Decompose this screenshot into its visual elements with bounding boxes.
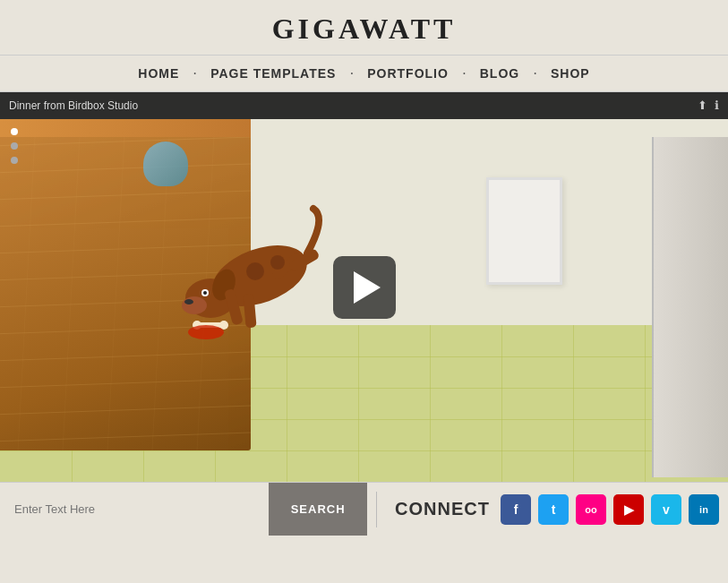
vimeo-icon[interactable]: v xyxy=(651,494,681,525)
site-title: GIGAWATT xyxy=(0,13,728,46)
nav-portfolio[interactable]: PORTFOLIO xyxy=(353,66,463,81)
linkedin-icon[interactable]: in xyxy=(689,494,719,525)
info-icon[interactable]: ℹ xyxy=(715,99,719,113)
video-title: Dinner from Birdbox Studio xyxy=(9,99,138,112)
video-scene xyxy=(0,92,728,482)
svg-point-29 xyxy=(270,255,285,270)
mug xyxy=(143,141,188,186)
nav-blog[interactable]: BLOG xyxy=(466,66,534,81)
video-top-bar: Dinner from Birdbox Studio ⬆ ℹ xyxy=(0,92,728,119)
search-input[interactable] xyxy=(0,483,269,536)
main-navigation: HOME • PAGE TEMPLATES • PORTFOLIO • BLOG… xyxy=(0,56,728,92)
svg-point-33 xyxy=(188,325,224,339)
linkedin-label: in xyxy=(699,504,708,515)
svg-line-2 xyxy=(0,191,251,200)
svg-line-8 xyxy=(0,352,251,361)
svg-line-12 xyxy=(18,119,36,450)
twitter-icon[interactable]: t xyxy=(538,494,569,525)
twitter-label: t xyxy=(552,502,556,517)
vimeo-dots xyxy=(11,128,18,164)
connect-label: CONNECT xyxy=(395,499,490,519)
nav-page-templates[interactable]: PAGE TEMPLATES xyxy=(196,66,350,81)
svg-line-11 xyxy=(0,433,251,442)
video-container: Dinner from Birdbox Studio ⬆ ℹ xyxy=(0,92,728,482)
svg-line-0 xyxy=(0,137,251,146)
vimeo-dot-1 xyxy=(11,128,18,135)
facebook-icon[interactable]: f xyxy=(501,494,531,525)
floor-line-v7 xyxy=(501,325,502,482)
svg-line-10 xyxy=(0,406,251,415)
svg-line-1 xyxy=(0,164,251,173)
svg-line-13 xyxy=(63,119,81,450)
vimeo-label: v xyxy=(663,502,670,517)
vimeo-dot-3 xyxy=(11,157,18,164)
dog-cartoon xyxy=(175,200,345,343)
search-button[interactable]: SEARCH xyxy=(269,483,367,536)
facebook-label: f xyxy=(514,502,518,517)
flickr-label: oo xyxy=(585,504,596,515)
nav-home[interactable]: HOME xyxy=(124,66,193,81)
mirror xyxy=(486,177,562,285)
youtube-icon[interactable]: ▶ xyxy=(613,494,644,525)
flickr-icon[interactable]: oo xyxy=(576,494,606,525)
box-top xyxy=(0,119,251,137)
connect-section: CONNECT f t oo ▶ v in xyxy=(386,494,728,525)
floor-line-h4 xyxy=(0,450,728,451)
vimeo-dot-2 xyxy=(11,142,18,150)
share-icon[interactable]: ⬆ xyxy=(698,99,707,113)
video-controls: ⬆ ℹ xyxy=(698,99,719,113)
site-header: GIGAWATT xyxy=(0,0,728,56)
floor-line-v6 xyxy=(430,325,431,482)
youtube-label: ▶ xyxy=(624,502,634,517)
floor-line-v9 xyxy=(645,325,646,482)
svg-point-19 xyxy=(182,296,207,314)
search-section: SEARCH xyxy=(0,483,367,536)
footer-divider xyxy=(376,492,377,527)
footer-bar: SEARCH CONNECT f t oo ▶ v in xyxy=(0,482,728,536)
nav-shop[interactable]: SHOP xyxy=(536,66,604,81)
svg-point-28 xyxy=(246,262,264,280)
floor-line-v8 xyxy=(573,325,574,482)
svg-point-22 xyxy=(203,291,207,295)
floor-line-v4 xyxy=(287,325,287,482)
play-triangle-icon xyxy=(354,271,381,304)
right-furniture xyxy=(652,137,728,477)
floor-line-v5 xyxy=(358,325,359,482)
play-button[interactable] xyxy=(333,256,396,319)
svg-line-9 xyxy=(0,379,251,388)
svg-point-20 xyxy=(184,299,193,304)
